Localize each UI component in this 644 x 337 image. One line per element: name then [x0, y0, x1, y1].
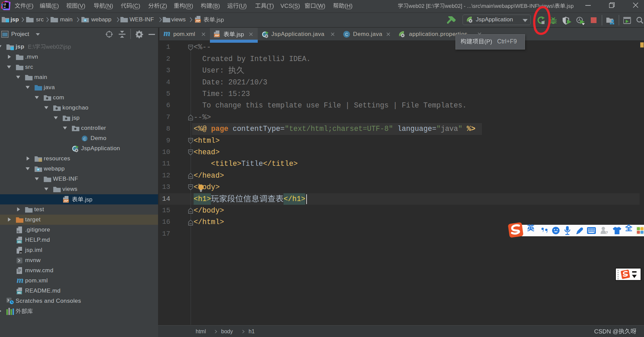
svg-text:?: ?	[606, 231, 608, 235]
svg-text:C: C	[345, 32, 348, 37]
svg-text:MD: MD	[17, 291, 21, 294]
svg-text:JSP: JSP	[63, 199, 68, 202]
svg-text:IJ: IJ	[4, 3, 6, 6]
svg-text:JSP: JSP	[214, 34, 219, 37]
svg-text:MD: MD	[17, 240, 21, 243]
svg-text:C: C	[83, 137, 86, 141]
svg-text:JSP: JSP	[195, 19, 200, 22]
